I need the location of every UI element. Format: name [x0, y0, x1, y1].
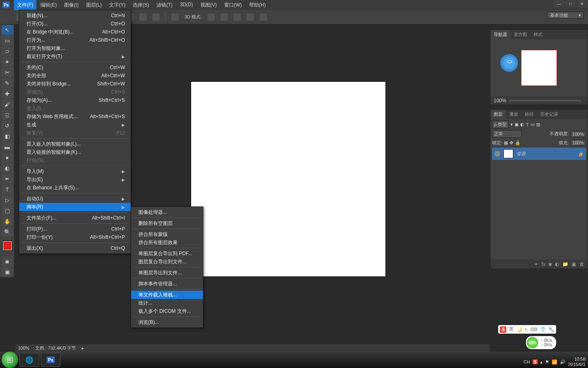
- menu-item[interactable]: 打开(O)...Ctrl+O: [19, 20, 131, 28]
- menu-item[interactable]: 最近打开文件(T)▶: [19, 52, 131, 61]
- 3d-icon[interactable]: [207, 13, 215, 21]
- menu-8[interactable]: 视图(V): [197, 0, 220, 10]
- blend-mode-select[interactable]: 正常: [492, 130, 521, 138]
- menu-9[interactable]: 窗口(W): [221, 0, 245, 10]
- sogou-tray-icon[interactable]: S: [532, 359, 538, 364]
- menu-3[interactable]: 图层(L): [83, 0, 105, 10]
- menu-item[interactable]: 置入链接的智能对象(K)...: [19, 148, 131, 156]
- menu-item[interactable]: 打开为...Alt+Shift+Ctrl+O: [19, 36, 131, 44]
- crop-tool[interactable]: ✂: [2, 67, 13, 77]
- fill-value[interactable]: 100%: [570, 139, 586, 146]
- brush-tool[interactable]: 🖌: [2, 99, 13, 109]
- foreground-color[interactable]: [3, 241, 12, 250]
- document-canvas[interactable]: [191, 82, 385, 276]
- navigator-thumbnail[interactable]: [521, 50, 557, 86]
- layer-row-background[interactable]: 背景 🔒: [492, 148, 586, 160]
- menu-item[interactable]: 拼合所有蒙版: [131, 230, 203, 238]
- workspace-switcher[interactable]: 基本功能 ▾: [547, 11, 584, 19]
- opacity-value[interactable]: 100%: [570, 131, 586, 137]
- marquee-tool[interactable]: ▭: [2, 36, 13, 45]
- status-zoom[interactable]: 100%: [18, 346, 29, 350]
- menu-6[interactable]: 滤镜(T): [153, 0, 176, 10]
- history-brush-tool[interactable]: ↺: [2, 121, 13, 130]
- tab-paths[interactable]: 路径: [521, 110, 537, 119]
- close-button[interactable]: ✕: [577, 0, 587, 7]
- layer-mask-icon[interactable]: ◙: [549, 261, 552, 267]
- menu-item[interactable]: 打开为智能对象...: [19, 44, 131, 52]
- menu-item[interactable]: 关闭并转到 Bridge...Shift+Ctrl+W: [19, 80, 131, 88]
- filter-image-icon[interactable]: ▣: [514, 122, 519, 127]
- sogou-ime-bar[interactable]: S 英 🌙 •, ⌨ 👕 🔧: [498, 325, 556, 334]
- menu-10[interactable]: 帮助(H): [246, 0, 269, 10]
- screen-mode-tool[interactable]: ▣: [2, 267, 13, 277]
- filter-smart-icon[interactable]: ▥: [536, 122, 540, 127]
- taskbar-app-browser[interactable]: 🌐: [20, 353, 39, 367]
- menu-item[interactable]: 关闭(C)Ctrl+W: [19, 63, 131, 72]
- volume-icon[interactable]: 🔊: [560, 359, 566, 365]
- tab-layers[interactable]: 图层: [490, 110, 506, 119]
- speed-monitor-widget[interactable]: 69% ↑ 0K/s ↓ 0K/s: [526, 336, 556, 349]
- adjustment-layer-icon[interactable]: ◐: [555, 261, 559, 267]
- zoom-slider[interactable]: [510, 100, 581, 101]
- distribute-icon[interactable]: [139, 13, 147, 21]
- lasso-tool[interactable]: ⊃: [2, 46, 13, 56]
- filter-adjust-icon[interactable]: ◐: [520, 122, 524, 127]
- taskbar-app-photoshop[interactable]: Ps: [41, 353, 60, 367]
- move-tool[interactable]: ↖: [2, 25, 13, 35]
- menu-item[interactable]: 载入多个 DICOM 文件...: [131, 307, 203, 315]
- action-center-icon[interactable]: ⚑: [545, 359, 549, 365]
- menu-item[interactable]: 删除所有空图层: [131, 219, 203, 227]
- maximize-button[interactable]: □: [565, 0, 576, 7]
- visibility-icon[interactable]: [494, 151, 500, 157]
- dodge-tool[interactable]: ◐: [2, 163, 13, 173]
- tab-histogram[interactable]: 直方图: [510, 30, 530, 39]
- magic-wand-tool[interactable]: ✦: [2, 57, 13, 67]
- gradient-tool[interactable]: ▬: [2, 142, 13, 152]
- menu-item[interactable]: 图像处理器...: [131, 208, 203, 216]
- path-select-tool[interactable]: ▷: [2, 195, 13, 205]
- auto-align-icon[interactable]: [172, 13, 179, 21]
- tray-chevron-icon[interactable]: ▴: [540, 359, 543, 365]
- menu-item[interactable]: 拼合所有图层效果: [131, 238, 203, 247]
- menu-item[interactable]: 图层复合导出到文件...: [131, 258, 203, 266]
- delete-layer-icon[interactable]: 🗑: [579, 261, 584, 267]
- zoom-tool[interactable]: 🔍: [2, 227, 13, 237]
- menu-item[interactable]: 新建(N)...Ctrl+N: [19, 11, 131, 20]
- keyboard-icon[interactable]: ⌨: [530, 327, 537, 332]
- menu-0[interactable]: 文件(F): [14, 0, 36, 10]
- healing-brush-tool[interactable]: ✚: [2, 89, 13, 99]
- filter-text-icon[interactable]: T: [526, 122, 529, 127]
- hand-tool[interactable]: ✋: [2, 216, 13, 226]
- menu-item[interactable]: 打印(P)...Ctrl+P: [19, 225, 131, 233]
- menu-1[interactable]: 编辑(E): [37, 0, 60, 10]
- menu-item[interactable]: 生成▶: [19, 121, 131, 129]
- menu-item[interactable]: 将文件载入堆栈...: [131, 291, 203, 299]
- start-button[interactable]: ⊞: [2, 352, 18, 368]
- group-icon[interactable]: 📁: [562, 261, 568, 267]
- menu-item[interactable]: 将图层复合导出到 PDF...: [131, 249, 203, 258]
- moon-icon[interactable]: 🌙: [516, 327, 522, 332]
- network-icon[interactable]: 📶: [552, 359, 557, 365]
- 3d-icon[interactable]: [260, 13, 267, 21]
- lock-all-icon[interactable]: 🔒: [515, 140, 521, 146]
- filter-shape-icon[interactable]: ▭: [530, 122, 535, 127]
- pen-tool[interactable]: ✒: [2, 174, 13, 184]
- type-tool[interactable]: T: [2, 184, 13, 194]
- menu-4[interactable]: 文字(Y): [106, 0, 129, 10]
- menu-item[interactable]: 导入(M)▶: [19, 167, 131, 175]
- tab-styles[interactable]: 样式: [530, 30, 546, 39]
- layer-filter[interactable]: ρ 类型: [492, 121, 509, 128]
- menu-item[interactable]: 在 Bridge 中浏览(B)...Alt+Ctrl+O: [19, 28, 131, 36]
- menu-item[interactable]: 关闭全部Alt+Ctrl+W: [19, 72, 131, 80]
- minimize-button[interactable]: —: [554, 0, 564, 7]
- menu-item[interactable]: 浏览(B)...: [131, 318, 203, 326]
- 3d-icon[interactable]: [220, 13, 228, 21]
- eraser-tool[interactable]: ◧: [2, 131, 13, 141]
- menu-item[interactable]: 脚本事件管理器...: [131, 280, 203, 288]
- new-layer-icon[interactable]: ▣: [572, 261, 576, 267]
- wrench-icon[interactable]: 🔧: [548, 327, 555, 332]
- menu-2[interactable]: 图像(I): [61, 0, 82, 10]
- menu-7[interactable]: 3D(D): [177, 0, 196, 10]
- ime-indicator[interactable]: CH: [523, 359, 530, 364]
- 3d-icon[interactable]: [234, 13, 241, 21]
